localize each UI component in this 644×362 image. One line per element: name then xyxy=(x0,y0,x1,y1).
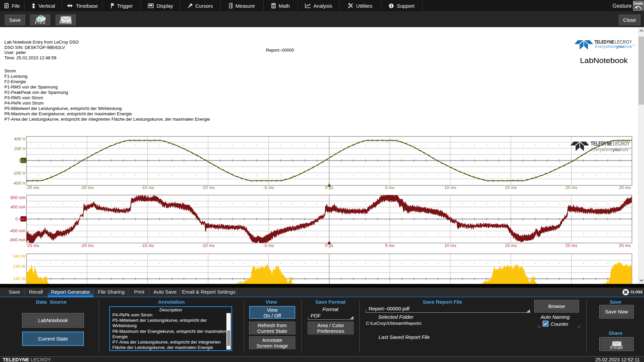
svg-text:-25 ms: -25 ms xyxy=(26,185,39,190)
svg-text:10 ms: 10 ms xyxy=(444,243,457,248)
svg-text:EverywhereyoulookTM: EverywhereyoulookTM xyxy=(595,44,635,49)
svg-text:LabNotebook: LabNotebook xyxy=(580,56,628,65)
svg-text:-400 mA: -400 mA xyxy=(9,228,25,233)
svg-text:LECROY: LECROY xyxy=(613,140,630,146)
svg-text:25 ms: 25 ms xyxy=(619,185,631,190)
svg-text:-20 ms: -20 ms xyxy=(80,243,94,248)
svg-text:200 V: 200 V xyxy=(14,146,25,151)
svg-text:-15 ms: -15 ms xyxy=(141,243,154,248)
svg-text:TELEDYNE: TELEDYNE xyxy=(591,140,612,146)
svg-text:400 mA: 400 mA xyxy=(10,204,25,209)
svg-text:10 ms: 10 ms xyxy=(444,185,457,190)
svg-text:-400 V: -400 V xyxy=(13,181,26,186)
svg-text:140 W: 140 W xyxy=(13,276,25,281)
svg-text:0 µs: 0 µs xyxy=(325,243,333,248)
svg-text:15 ms: 15 ms xyxy=(505,185,517,190)
svg-text:-25 ms: -25 ms xyxy=(26,243,39,248)
svg-text:-800 mA: -800 mA xyxy=(9,237,25,242)
svg-text:800 mA: 800 mA xyxy=(10,195,25,200)
svg-text:-10 ms: -10 ms xyxy=(202,185,215,190)
svg-text:20 ms: 20 ms xyxy=(566,185,578,190)
svg-text:-10 ms: -10 ms xyxy=(202,243,215,248)
svg-text:15 ms: 15 ms xyxy=(505,243,517,248)
svg-text:400 V: 400 V xyxy=(14,136,25,141)
svg-text:0 µs: 0 µs xyxy=(325,185,333,190)
svg-text:-5 ms: -5 ms xyxy=(263,243,274,248)
svg-text:5 ms: 5 ms xyxy=(385,185,395,190)
svg-text:-5 ms: -5 ms xyxy=(263,185,274,190)
svg-text:0 V: 0 V xyxy=(19,158,25,163)
svg-text:25 ms: 25 ms xyxy=(619,243,631,248)
svg-text:-20 ms: -20 ms xyxy=(80,185,94,190)
svg-text:20 ms: 20 ms xyxy=(566,243,578,248)
svg-text:-200 V: -200 V xyxy=(13,171,26,176)
svg-text:0 mA: 0 mA xyxy=(15,217,26,222)
svg-text:-15 ms: -15 ms xyxy=(141,185,154,190)
svg-text:340 W: 340 W xyxy=(13,254,25,259)
svg-text:5 ms: 5 ms xyxy=(385,243,395,248)
svg-text:240 W: 240 W xyxy=(13,264,25,269)
